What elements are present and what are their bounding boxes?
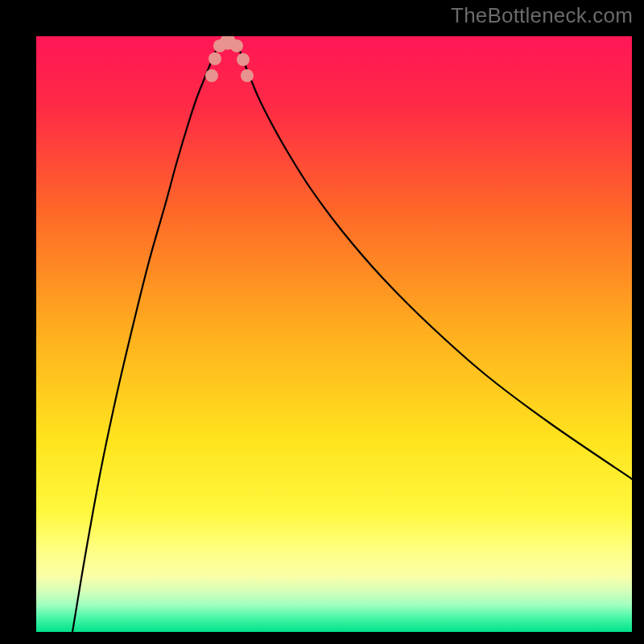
curve-markers [205,36,254,82]
watermark-text: TheBottleneck.com [451,3,633,28]
curve-marker-dot [237,53,250,66]
curve-marker-dot [208,52,221,65]
plot-area [36,36,632,632]
curve-marker-dot [241,69,254,82]
curve-marker-dot [205,69,218,82]
curve-marker-dot [230,39,243,52]
bottleneck-curve [36,36,632,632]
chart-frame: TheBottleneck.com [0,0,644,644]
